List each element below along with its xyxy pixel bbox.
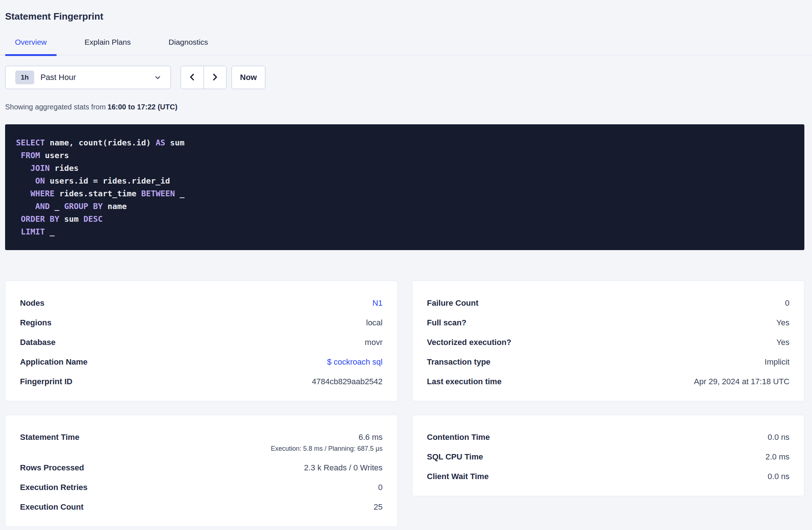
sql-keyword: ON: [35, 176, 45, 185]
sql-keyword: DESC: [83, 214, 102, 224]
stat-value-wrap: 0.0 ns: [768, 433, 789, 442]
stat-label: Transaction type: [427, 357, 491, 367]
stat-value: 0.0 ns: [768, 472, 789, 481]
stat-cards: NodesN1RegionslocalDatabasemovrApplicati…: [5, 281, 804, 527]
sql-token: [16, 151, 21, 160]
stat-row: Vectorized execution?Yes: [427, 338, 790, 347]
stat-row: Fingerprint ID4784cb829aab2542: [20, 377, 383, 386]
stat-row: Full scan?Yes: [427, 318, 790, 328]
performance-card-right: Contention Time0.0 nsSQL CPU Time2.0 msC…: [412, 415, 805, 496]
stat-row: Rows Processed2.3 k Reads / 0 Writes: [20, 463, 383, 473]
sql-keyword: AND: [35, 202, 50, 211]
sql-token: _: [50, 202, 64, 211]
sql-token: rides.start_time: [55, 189, 141, 198]
stat-value-link[interactable]: N1: [372, 298, 382, 308]
stat-value-wrap: 2.0 ms: [765, 452, 789, 462]
sql-keyword: LIMIT: [21, 227, 45, 236]
stat-value: 2.0 ms: [765, 452, 789, 462]
sql-keyword: AS: [156, 138, 165, 147]
stat-row: Contention Time0.0 ns: [427, 433, 790, 442]
prev-time-button[interactable]: [181, 66, 204, 89]
stat-value: Implicit: [765, 357, 789, 367]
sql-statement-text: SELECT name, count(rides.id) AS sum FROM…: [16, 136, 793, 238]
time-range-badge: 1h: [15, 71, 34, 84]
sql-keyword: SELECT: [16, 138, 45, 147]
stat-row: Failure Count0: [427, 298, 790, 308]
chevron-left-icon: [188, 73, 197, 83]
stat-value: movr: [365, 338, 383, 347]
sql-statement-box: SELECT name, count(rides.id) AS sum FROM…: [5, 124, 804, 250]
sql-token: users: [40, 151, 69, 160]
stat-label: Database: [20, 338, 56, 347]
sql-token: sum: [165, 138, 185, 147]
stat-value-wrap: Apr 29, 2024 at 17:18 UTC: [694, 377, 789, 386]
now-button[interactable]: Now: [232, 66, 265, 89]
stat-value: 6.6 ms: [271, 433, 383, 442]
sql-token: name, count(rides.id): [45, 138, 156, 147]
stat-label: SQL CPU Time: [427, 452, 483, 462]
sql-token: _: [45, 227, 55, 236]
stat-label: Full scan?: [427, 318, 467, 328]
chevron-right-icon: [210, 73, 219, 83]
stat-value: local: [366, 318, 382, 328]
tab-diagnostics[interactable]: Diagnostics: [159, 37, 218, 55]
time-controls: 1h Past Hour Now: [5, 66, 804, 89]
stat-label: Vectorized execution?: [427, 338, 511, 347]
stat-row: Application Name$ cockroach sql: [20, 357, 383, 367]
stat-value-wrap: movr: [365, 338, 383, 347]
stat-value: 2.3 k Reads / 0 Writes: [304, 463, 382, 473]
stat-value-wrap: Yes: [776, 338, 789, 347]
aggregated-stats-prefix: Showing aggregated stats from: [5, 103, 106, 111]
page-title: Statement Fingerprint: [5, 0, 804, 22]
stat-value-wrap: 0.0 ns: [768, 472, 789, 481]
stat-label: Contention Time: [427, 433, 490, 442]
stat-value: Yes: [776, 318, 789, 328]
overview-card-right: Failure Count0Full scan?YesVectorized ex…: [412, 281, 805, 401]
tab-bar: OverviewExplain PlansDiagnostics: [0, 37, 812, 55]
tab-explain-plans[interactable]: Explain Plans: [75, 37, 141, 55]
sql-token: users.id = rides.rider_id: [45, 176, 170, 185]
sql-keyword: JOIN: [31, 164, 50, 173]
stat-row: Client Wait Time0.0 ns: [427, 472, 790, 481]
stat-value-link[interactable]: $ cockroach sql: [327, 357, 383, 367]
tab-overview[interactable]: Overview: [5, 37, 57, 55]
stat-label: Fingerprint ID: [20, 377, 72, 386]
stat-row: SQL CPU Time2.0 ms: [427, 452, 790, 462]
sql-keyword: BETWEEN: [141, 189, 175, 198]
chevron-down-icon: [154, 73, 162, 81]
stat-value: 25: [374, 502, 382, 512]
sql-token: [16, 176, 35, 185]
sql-keyword: ORDER BY: [21, 214, 59, 224]
aggregated-stats-range: 16:00 to 17:22 (UTC): [108, 103, 177, 111]
stat-row: Execution Retries0: [20, 483, 383, 492]
time-range-label: Past Hour: [40, 73, 76, 82]
stat-value-wrap: 4784cb829aab2542: [312, 377, 383, 386]
stat-value-wrap: Implicit: [765, 357, 789, 367]
sql-token: [16, 227, 21, 236]
stat-label: Execution Count: [20, 502, 84, 512]
stat-row: Regionslocal: [20, 318, 383, 328]
sql-keyword: WHERE: [31, 189, 55, 198]
sql-token: name: [102, 202, 126, 211]
stat-row: NodesN1: [20, 298, 383, 308]
stat-value-wrap: 0: [378, 483, 382, 492]
stat-value: 0: [378, 483, 382, 492]
stat-label: Application Name: [20, 357, 88, 367]
stat-value-wrap: 6.6 msExecution: 5.8 ms / Planning: 687.…: [271, 433, 383, 453]
sql-token: _: [175, 189, 185, 198]
sql-keyword: GROUP BY: [64, 202, 102, 211]
stat-row: Execution Count25: [20, 502, 383, 512]
time-range-dropdown[interactable]: 1h Past Hour: [5, 66, 171, 89]
next-time-button[interactable]: [204, 66, 226, 89]
stat-row: Last execution timeApr 29, 2024 at 17:18…: [427, 377, 790, 386]
stat-row: Transaction typeImplicit: [427, 357, 790, 367]
sql-token: [16, 189, 31, 198]
sql-token: [16, 202, 35, 211]
stat-value-wrap: 0: [785, 298, 789, 308]
stat-subvalue: Execution: 5.8 ms / Planning: 687.5 µs: [271, 444, 383, 453]
stat-value-wrap: $ cockroach sql: [327, 357, 383, 367]
stat-value: 4784cb829aab2542: [312, 377, 383, 386]
stat-value: 0: [785, 298, 789, 308]
sql-token: [16, 164, 31, 173]
stat-label: Nodes: [20, 298, 44, 308]
